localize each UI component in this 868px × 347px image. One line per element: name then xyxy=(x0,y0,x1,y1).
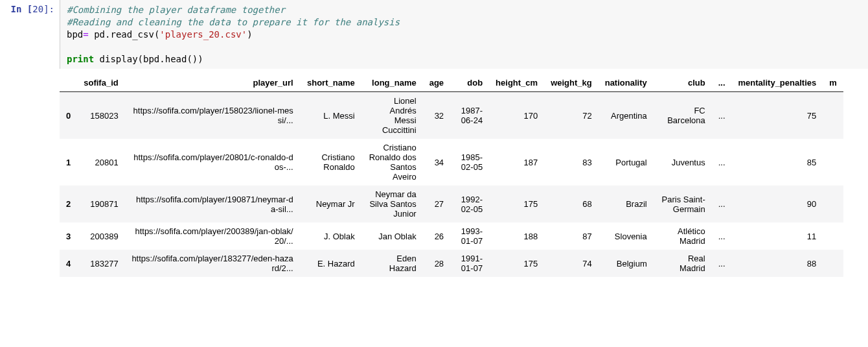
cell-weight_kg: 72 xyxy=(544,92,599,139)
col-long_name: long_name xyxy=(361,74,423,92)
cell-ellipsis: ... xyxy=(712,185,732,222)
code-string-filename: 'players_20.csv' xyxy=(159,29,247,40)
cell-sofifa_id: 183277 xyxy=(77,250,124,277)
cell-index: 1 xyxy=(60,139,77,185)
cell-mentality_penalties: 85 xyxy=(732,139,823,185)
cell-dob: 1987-06-24 xyxy=(450,92,489,139)
cell-weight_kg: 74 xyxy=(544,250,599,277)
code-call-readcsv: pd.read_csv( xyxy=(89,29,160,40)
cell-m-truncated xyxy=(823,250,843,277)
prompt-in-text: In [ xyxy=(11,4,33,14)
cell-height_cm: 175 xyxy=(489,250,544,277)
cell-long_name: Neymar da Silva Santos Junior xyxy=(361,185,423,222)
cell-sofifa_id: 200389 xyxy=(77,222,124,250)
code-call-display: display(bpd.head()) xyxy=(94,54,203,64)
code-input-area[interactable]: #Combining the player dataframe together… xyxy=(60,0,868,69)
code-keyword-print: print xyxy=(67,54,94,64)
cell-height_cm: 188 xyxy=(489,222,544,250)
code-op-eq: = xyxy=(83,29,88,40)
cell-nationality: Argentina xyxy=(599,92,654,139)
cell-nationality: Brazil xyxy=(599,185,654,222)
cell-sofifa_id: 20801 xyxy=(77,139,124,185)
cell-m-truncated xyxy=(823,222,843,250)
cell-age: 27 xyxy=(423,185,450,222)
cell-club: FC Barcelona xyxy=(654,92,712,139)
cell-height_cm: 170 xyxy=(489,92,544,139)
cell-nationality: Slovenia xyxy=(599,222,654,250)
cell-player_url: https://sofifa.com/player/200389/jan-obl… xyxy=(125,222,300,250)
cell-club: Juventus xyxy=(654,139,712,185)
col-ellipsis: ... xyxy=(712,74,732,92)
cell-short_name: E. Hazard xyxy=(300,250,361,277)
cell-index: 0 xyxy=(60,92,77,139)
cell-dob: 1991-01-07 xyxy=(450,250,489,277)
cell-player_url: https://sofifa.com/player/190871/neymar-… xyxy=(125,185,300,222)
cell-dob: 1992-02-05 xyxy=(450,185,489,222)
cell-ellipsis: ... xyxy=(712,92,732,139)
cell-ellipsis: ... xyxy=(712,250,732,277)
cell-weight_kg: 68 xyxy=(544,185,599,222)
cell-dob: 1985-02-05 xyxy=(450,139,489,185)
cell-player_url: https://sofifa.com/player/183277/eden-ha… xyxy=(125,250,300,277)
cell-m-truncated xyxy=(823,139,843,185)
code-comment-1: #Combining the player dataframe together xyxy=(67,5,285,15)
cell-index: 4 xyxy=(60,250,77,277)
cell-player_url: https://sofifa.com/player/158023/lionel-… xyxy=(125,92,300,139)
table-row: 2190871https://sofifa.com/player/190871/… xyxy=(60,185,843,222)
cell-nationality: Belgium xyxy=(599,250,654,277)
cell-ellipsis: ... xyxy=(712,222,732,250)
cell-mentality_penalties: 88 xyxy=(732,250,823,277)
cell-m-truncated xyxy=(823,92,843,139)
cell-weight_kg: 83 xyxy=(544,139,599,185)
prompt-label: In [20]: xyxy=(0,0,60,69)
table-row: 0158023https://sofifa.com/player/158023/… xyxy=(60,92,843,139)
cell-age: 32 xyxy=(423,92,450,139)
cell-ellipsis: ... xyxy=(712,139,732,185)
col-m-truncated: m xyxy=(823,74,843,92)
col-height_cm: height_cm xyxy=(489,74,544,92)
cell-club: Real Madrid xyxy=(654,250,712,277)
cell-mentality_penalties: 11 xyxy=(732,222,823,250)
dataframe-table: sofifa_id player_url short_name long_nam… xyxy=(60,74,843,277)
cell-age: 34 xyxy=(423,139,450,185)
code-block: #Combining the player dataframe together… xyxy=(67,4,862,65)
cell-player_url: https://sofifa.com/player/20801/c-ronald… xyxy=(125,139,300,185)
prompt-close: ]: xyxy=(43,4,54,14)
table-row: 3200389https://sofifa.com/player/200389/… xyxy=(60,222,843,250)
notebook-cell: In [20]: #Combining the player dataframe… xyxy=(0,0,868,69)
col-age: age xyxy=(423,74,450,92)
cell-age: 28 xyxy=(423,250,450,277)
cell-weight_kg: 87 xyxy=(544,222,599,250)
cell-index: 2 xyxy=(60,185,77,222)
cell-short_name: Cristiano Ronaldo xyxy=(300,139,361,185)
cell-short_name: J. Oblak xyxy=(300,222,361,250)
cell-long_name: Eden Hazard xyxy=(361,250,423,277)
cell-m-truncated xyxy=(823,185,843,222)
table-row: 120801https://sofifa.com/player/20801/c-… xyxy=(60,139,843,185)
col-sofifa_id: sofifa_id xyxy=(77,74,124,92)
col-weight_kg: weight_kg xyxy=(544,74,599,92)
cell-long_name: Cristiano Ronaldo dos Santos Aveiro xyxy=(361,139,423,185)
cell-long_name: Jan Oblak xyxy=(361,222,423,250)
cell-sofifa_id: 158023 xyxy=(77,92,124,139)
cell-club: Paris Saint-Germain xyxy=(654,185,712,222)
dataframe-wrapper: sofifa_id player_url short_name long_nam… xyxy=(60,74,868,277)
cell-dob: 1993-01-07 xyxy=(450,222,489,250)
table-row: 4183277https://sofifa.com/player/183277/… xyxy=(60,250,843,277)
cell-mentality_penalties: 90 xyxy=(732,185,823,222)
output-area: sofifa_id player_url short_name long_nam… xyxy=(0,69,868,277)
col-club: club xyxy=(654,74,712,92)
col-short_name: short_name xyxy=(300,74,361,92)
code-comment-2: #Reading and cleaning the data to prepar… xyxy=(67,17,400,27)
table-header-row: sofifa_id player_url short_name long_nam… xyxy=(60,74,843,92)
prompt-number: 20 xyxy=(32,4,43,14)
col-index xyxy=(60,74,77,92)
cell-age: 26 xyxy=(423,222,450,250)
col-mentality_penalties: mentality_penalties xyxy=(732,74,823,92)
cell-index: 3 xyxy=(60,222,77,250)
code-close-paren: ) xyxy=(247,29,252,40)
cell-sofifa_id: 190871 xyxy=(77,185,124,222)
cell-short_name: Neymar Jr xyxy=(300,185,361,222)
col-dob: dob xyxy=(450,74,489,92)
cell-mentality_penalties: 75 xyxy=(732,92,823,139)
